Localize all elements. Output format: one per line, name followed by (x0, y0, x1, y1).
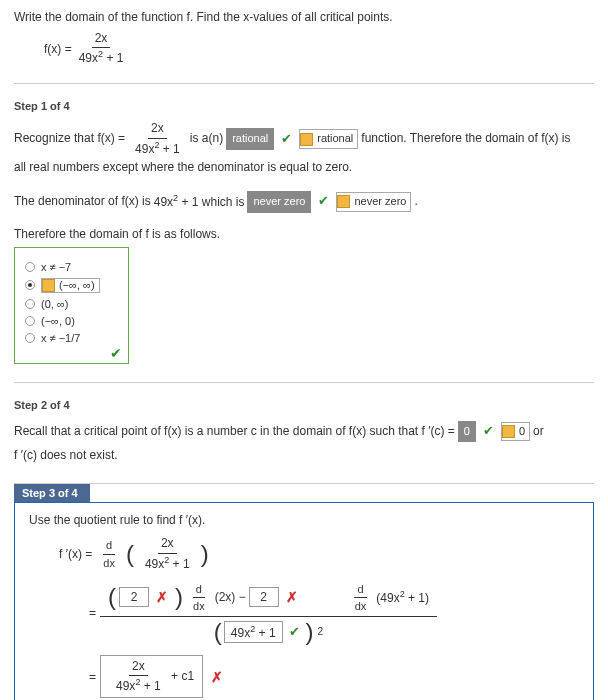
step2-line1: Recall that a critical point of f(x) is … (14, 421, 594, 443)
step3-row2: = ( 2 ✗ ) ddx (2x) − 2 ✗ ddx (49x2 + 1) (89, 579, 579, 647)
check-icon: ✔ (110, 345, 122, 361)
option-1[interactable]: x ≠ −7 (25, 261, 118, 273)
isa-text: is a(n) (190, 129, 223, 148)
denom-expr: 49x2 + 1 which is (154, 191, 245, 212)
mid-text: (2x) − (215, 590, 246, 604)
step1-line1: Recognize that f(x) = 2x 49x2 + 1 is a(n… (14, 122, 594, 155)
rational-answer-box: rational (226, 128, 274, 150)
hint-icon (42, 279, 55, 292)
divider (14, 382, 594, 383)
denom-pre: The denominator of f(x) is (14, 192, 151, 211)
input-box-1[interactable]: 2 (119, 587, 149, 607)
step3-row1: f ′(x) = d dx ( 2x 49x2 + 1 ) (59, 537, 579, 570)
check-icon: ✔ (289, 624, 300, 639)
option-5[interactable]: x ≠ −1/7 (25, 332, 118, 344)
cross-icon: ✗ (286, 589, 298, 605)
option-2[interactable]: (−∞, ∞) (25, 278, 118, 293)
neverzero-hint-tag[interactable]: never zero (336, 192, 411, 212)
check-icon: ✔ (281, 129, 292, 150)
radio-icon (25, 262, 35, 272)
step-1: Step 1 of 4 Recognize that f(x) = 2x 49x… (14, 100, 594, 363)
inner-fraction: 2x 49x2 + 1 (142, 537, 193, 570)
check-icon: ✔ (318, 191, 329, 212)
main-fraction: 2x 49x2 + 1 (76, 32, 127, 65)
radio-icon (25, 299, 35, 309)
func-therefore: function. Therefore the domain of f(x) i… (361, 129, 570, 148)
input-box-2[interactable]: 2 (249, 587, 279, 607)
fx-label: f(x) = (44, 42, 72, 56)
check-icon: ✔ (483, 421, 494, 442)
input-box-final[interactable]: 2x 49x2 + 1 + c1 (100, 655, 203, 698)
period: . (414, 192, 417, 211)
option-3[interactable]: (0, ∞) (25, 298, 118, 310)
option-hint-tag: (−∞, ∞) (41, 278, 100, 293)
equals: = (89, 606, 96, 620)
divider (14, 83, 594, 84)
problem-instruction: Write the domain of the function f. Find… (14, 10, 594, 24)
step1-line2: all real numbers except where the denomi… (14, 158, 594, 177)
step1-fraction: 2x 49x2 + 1 (132, 122, 183, 155)
quotient-fraction: ( 2 ✗ ) ddx (2x) − 2 ✗ ddx (49x2 + 1) ( … (100, 579, 437, 647)
ddx-operator: ddx (190, 583, 208, 612)
step-3: Step 3 of 4 Use the quotient rule to fin… (14, 484, 594, 700)
recognize-text: Recognize that f(x) = (14, 129, 125, 148)
cross-icon: ✗ (211, 669, 223, 685)
step-2: Step 2 of 4 Recall that a critical point… (14, 399, 594, 466)
step3-row3: = 2x 49x2 + 1 + c1 ✗ (89, 655, 579, 698)
hint-icon (300, 133, 313, 146)
outer-exp: 2 (318, 626, 324, 637)
problem-equation: f(x) = 2x 49x2 + 1 (44, 32, 594, 65)
radio-icon (25, 316, 35, 326)
equals: = (89, 670, 96, 684)
input-box-denom[interactable]: 49x2 + 1 (224, 621, 283, 643)
neverzero-answer-box: never zero (247, 191, 311, 213)
step3-label: Step 3 of 4 (14, 484, 90, 502)
hint-icon (337, 195, 350, 208)
radio-icon (25, 280, 35, 290)
radio-icon (25, 333, 35, 343)
hint-icon (502, 425, 515, 438)
recall-text: Recall that a critical point of f(x) is … (14, 422, 455, 441)
paren-close: ) (201, 543, 209, 565)
fraction-den: 49x2 + 1 (76, 48, 127, 65)
option-4[interactable]: (−∞, 0) (25, 315, 118, 327)
domain-options: x ≠ −7 (−∞, ∞) (0, ∞) (−∞, 0) x ≠ −1/7 ✔ (14, 247, 129, 364)
ddx-operator: ddx (352, 583, 370, 612)
problem-header: Write the domain of the function f. Find… (14, 10, 594, 65)
step1-label: Step 1 of 4 (14, 100, 594, 112)
ddx-operator: d dx (100, 539, 118, 568)
or-text: or (533, 422, 544, 441)
zero-hint-tag[interactable]: 0 (501, 422, 530, 442)
step2-label: Step 2 of 4 (14, 399, 594, 411)
step1-denom-line: The denominator of f(x) is 49x2 + 1 whic… (14, 191, 594, 213)
therefore-domain: Therefore the domain of f is as follows. (14, 227, 594, 241)
step3-instruction: Use the quotient rule to find f ′(x). (29, 513, 579, 527)
step3-content: Use the quotient rule to find f ′(x). f … (14, 502, 594, 700)
paren-open: ( (126, 543, 134, 565)
rational-hint-tag[interactable]: rational (299, 129, 358, 149)
zero-answer-box: 0 (458, 421, 476, 443)
fprime-label: f ′(x) = (59, 547, 92, 561)
step2-line2: f ′(c) does not exist. (14, 446, 594, 465)
right-expr: (49x2 + 1) (376, 589, 429, 605)
fraction-num: 2x (92, 32, 111, 48)
cross-icon: ✗ (156, 589, 168, 605)
